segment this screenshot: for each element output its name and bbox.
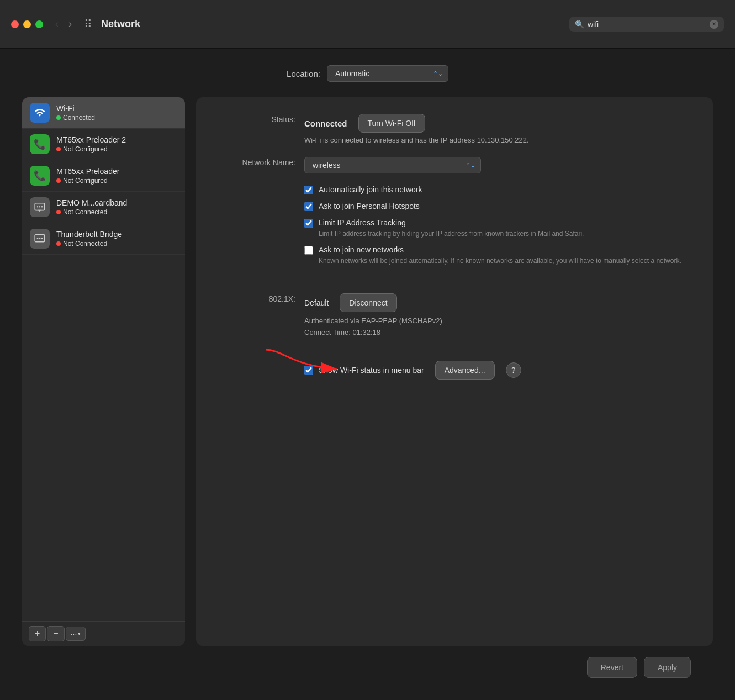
limit-ip-sublabel: Limit IP address tracking by hiding your… <box>319 229 691 239</box>
join-new-text: Ask to join new networks Known networks … <box>319 245 691 266</box>
status-top: Connected Turn Wi-Fi Off <box>304 114 691 133</box>
demo-status: Not Connected <box>56 208 177 216</box>
sidebar-item-mt65xx[interactable]: 📞 MT65xx Preloader Not Configured <box>22 160 185 192</box>
auto-join-label[interactable]: Automatically join this network <box>319 185 422 194</box>
turn-wifi-button[interactable]: Turn Wi-Fi Off <box>358 114 425 133</box>
personal-hotspot-label[interactable]: Ask to join Personal Hotspots <box>319 202 420 210</box>
sidebar-item-mt65xx-2[interactable]: 📞 MT65xx Preloader 2 Not Configured <box>22 129 185 160</box>
svg-point-7 <box>37 238 38 239</box>
show-wifi-checkbox[interactable] <box>304 366 313 375</box>
network-name-row: Network Name: wireless <box>218 157 691 173</box>
apply-button[interactable]: Apply <box>644 657 691 678</box>
join-new-label[interactable]: Ask to join new networks <box>319 245 404 254</box>
dot8021x-content: Default Disconnect Authenticated via EAP… <box>304 293 691 339</box>
remove-network-button[interactable]: − <box>47 626 64 641</box>
sidebar-item-wifi[interactable]: Wi-Fi Connected <box>22 97 185 129</box>
grid-icon: ⠿ <box>84 18 92 31</box>
personal-hotspot-row: Ask to join Personal Hotspots <box>304 201 691 211</box>
mt65xx2-name: MT65xx Preloader 2 <box>56 135 177 144</box>
revert-button[interactable]: Revert <box>587 657 637 678</box>
close-button[interactable] <box>11 20 19 28</box>
limit-ip-checkbox[interactable] <box>304 219 313 228</box>
status-connected-text: Connected <box>304 119 347 128</box>
disconnect-button[interactable]: Disconnect <box>340 293 396 312</box>
more-options-button[interactable]: ··· ▾ <box>66 627 86 641</box>
wifi-name: Wi-Fi <box>56 104 177 113</box>
search-bar: 🔍 ✕ <box>569 17 724 32</box>
dot8021x-top: Default Disconnect <box>304 293 691 312</box>
limit-ip-label[interactable]: Limit IP Address Tracking <box>319 218 406 227</box>
page-title: Network <box>101 18 569 30</box>
mt65xx2-icon: 📞 <box>30 134 50 154</box>
mt65xx2-status-dot <box>56 147 61 151</box>
network-name-select[interactable]: wireless <box>304 157 481 173</box>
demo-name: DEMO M...oardband <box>56 198 177 207</box>
personal-hotspot-checkbox[interactable] <box>304 202 313 211</box>
wifi-icon <box>30 103 50 123</box>
join-new-row: Ask to join new networks Known networks … <box>304 245 691 266</box>
mt65xx2-network-info: MT65xx Preloader 2 Not Configured <box>56 135 177 153</box>
back-button[interactable]: ‹ <box>52 17 62 31</box>
status-row: Status: Connected Turn Wi-Fi Off Wi-Fi i… <box>218 114 691 146</box>
limit-ip-row: Limit IP Address Tracking Limit IP addre… <box>304 218 691 239</box>
personal-hotspot-text: Ask to join Personal Hotspots <box>319 201 691 211</box>
sidebar-list: Wi-Fi Connected 📞 MT65xx Preloader 2 <box>22 97 185 621</box>
main-content: Location: Automatic <box>0 49 735 700</box>
auto-join-checkbox[interactable] <box>304 186 313 194</box>
svg-point-5 <box>41 206 43 207</box>
thunderbolt-status-text: Not Connected <box>63 240 107 248</box>
forward-button[interactable]: › <box>65 17 75 31</box>
wifi-status-dot <box>56 115 61 120</box>
titlebar: ‹ › ⠿ Network 🔍 ✕ <box>0 0 735 49</box>
red-arrow <box>249 339 359 383</box>
wifi-status-text: Connected <box>63 114 95 122</box>
help-button[interactable]: ? <box>506 362 521 378</box>
status-value-area: Connected Turn Wi-Fi Off Wi-Fi is connec… <box>304 114 691 146</box>
mt65xx-status: Not Configured <box>56 177 177 185</box>
mt65xx-network-info: MT65xx Preloader Not Configured <box>56 167 177 185</box>
dot8021x-value: Default <box>304 298 329 307</box>
advanced-button[interactable]: Advanced... <box>435 361 495 380</box>
network-name-value-area: wireless <box>304 157 691 173</box>
demo-status-text: Not Connected <box>63 208 107 216</box>
mt65xx-icon: 📞 <box>30 166 50 186</box>
svg-point-4 <box>39 206 40 207</box>
fullscreen-button[interactable] <box>35 20 43 28</box>
auto-join-text: Automatically join this network <box>319 185 691 194</box>
nav-arrows: ‹ › <box>52 17 75 31</box>
location-select[interactable]: Automatic <box>327 65 448 82</box>
sidebar-item-thunderbolt[interactable]: Thunderbolt Bridge Not Connected <box>22 223 185 255</box>
network-name-select-wrapper: wireless <box>304 157 481 173</box>
bottom-buttons: Revert Apply <box>22 646 713 683</box>
show-wifi-label[interactable]: Show Wi-Fi status in menu bar <box>319 366 424 375</box>
join-new-checkbox[interactable] <box>304 246 313 255</box>
mt65xx-status-dot <box>56 178 61 183</box>
dot8021x-row: 802.1X: Default Disconnect Authenticated… <box>218 293 691 339</box>
sidebar-item-demo[interactable]: DEMO M...oardband Not Connected <box>22 192 185 223</box>
location-select-wrapper: Automatic <box>327 65 448 82</box>
add-network-button[interactable]: + <box>29 626 46 641</box>
search-clear-button[interactable]: ✕ <box>710 20 718 29</box>
thunderbolt-name: Thunderbolt Bridge <box>56 230 177 239</box>
status-label: Status: <box>218 114 295 124</box>
dot8021x-label: 802.1X: <box>218 293 295 303</box>
minimize-button[interactable] <box>23 20 31 28</box>
thunderbolt-network-info: Thunderbolt Bridge Not Connected <box>56 230 177 248</box>
status-description: Wi-Fi is connected to wireless and has t… <box>304 135 691 146</box>
network-name-label: Network Name: <box>218 157 295 167</box>
more-options-icon: ··· <box>71 629 77 638</box>
thunderbolt-status: Not Connected <box>56 240 177 248</box>
thunderbolt-icon <box>30 229 50 249</box>
location-label: Location: <box>287 69 320 78</box>
chevron-down-icon: ▾ <box>78 631 81 636</box>
mt65xx-name: MT65xx Preloader <box>56 167 177 176</box>
mt65xx2-status-text: Not Configured <box>63 145 108 153</box>
search-input[interactable] <box>588 20 706 29</box>
detail-panel: Status: Connected Turn Wi-Fi Off Wi-Fi i… <box>196 97 713 646</box>
svg-point-9 <box>41 238 43 239</box>
mt65xx-status-text: Not Configured <box>63 177 108 185</box>
sidebar: Wi-Fi Connected 📞 MT65xx Preloader 2 <box>22 97 185 646</box>
svg-point-3 <box>37 206 38 207</box>
wifi-network-info: Wi-Fi Connected <box>56 104 177 122</box>
demo-icon <box>30 197 50 217</box>
